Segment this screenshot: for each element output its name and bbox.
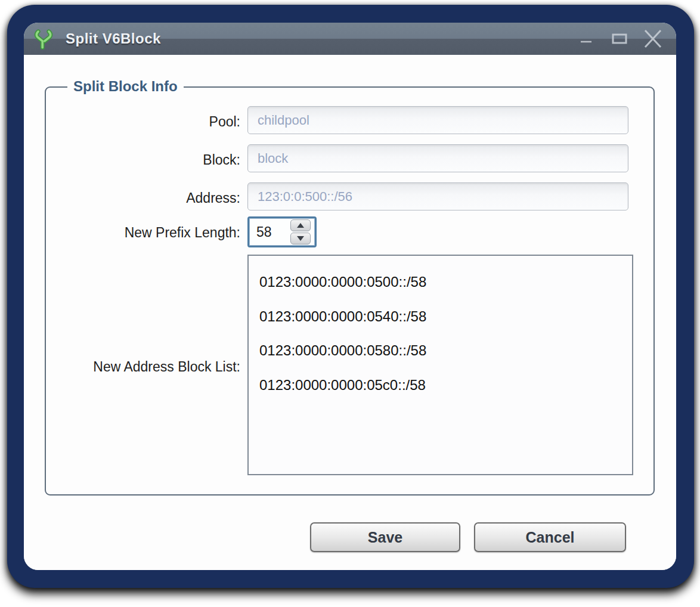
list-item[interactable]: 0123:0000:0000:05c0::/58 xyxy=(259,368,632,402)
new-prefix-length-input[interactable] xyxy=(249,218,289,246)
window-controls xyxy=(576,28,663,49)
pool-field[interactable] xyxy=(247,106,628,134)
list-item[interactable]: 0123:0000:0000:0500::/58 xyxy=(259,265,632,299)
new-prefix-length-label: New Prefix Length: xyxy=(45,225,240,241)
list-item[interactable]: 0123:0000:0000:0580::/58 xyxy=(259,333,632,368)
new-address-block-list-label: New Address Block List: xyxy=(45,359,240,375)
maximize-icon[interactable] xyxy=(609,28,630,49)
block-field[interactable] xyxy=(247,144,628,172)
block-label: Block: xyxy=(45,152,240,168)
split-branch-icon xyxy=(32,26,55,52)
stepper-up-button[interactable] xyxy=(290,219,311,231)
new-prefix-length-stepper[interactable] xyxy=(247,216,317,247)
arrow-up-icon xyxy=(297,223,304,228)
save-button[interactable]: Save xyxy=(310,522,460,552)
address-field[interactable] xyxy=(247,182,628,210)
window-outer-frame: Split V6Block Split Block Info Pool: Blo… xyxy=(7,5,694,588)
address-label: Address: xyxy=(45,190,240,206)
stepper-down-button[interactable] xyxy=(290,233,311,244)
group-title: Split Block Info xyxy=(67,78,184,95)
list-item[interactable]: 0123:0000:0000:0540::/58 xyxy=(259,299,632,334)
arrow-down-icon xyxy=(297,236,304,241)
split-v6block-dialog: Split V6Block Split Block Info Pool: Blo… xyxy=(24,23,676,570)
dialog-content: Split Block Info Pool: Block: Address: N… xyxy=(24,55,676,570)
new-address-block-list[interactable]: 0123:0000:0000:0500::/58 0123:0000:0000:… xyxy=(247,255,633,475)
window-title: Split V6Block xyxy=(66,30,161,47)
pool-label: Pool: xyxy=(45,114,240,130)
titlebar[interactable]: Split V6Block xyxy=(24,23,676,55)
stepper-buttons xyxy=(289,218,312,246)
close-icon[interactable] xyxy=(643,28,663,49)
cancel-button[interactable]: Cancel xyxy=(474,522,626,552)
minimize-icon[interactable] xyxy=(576,28,596,49)
